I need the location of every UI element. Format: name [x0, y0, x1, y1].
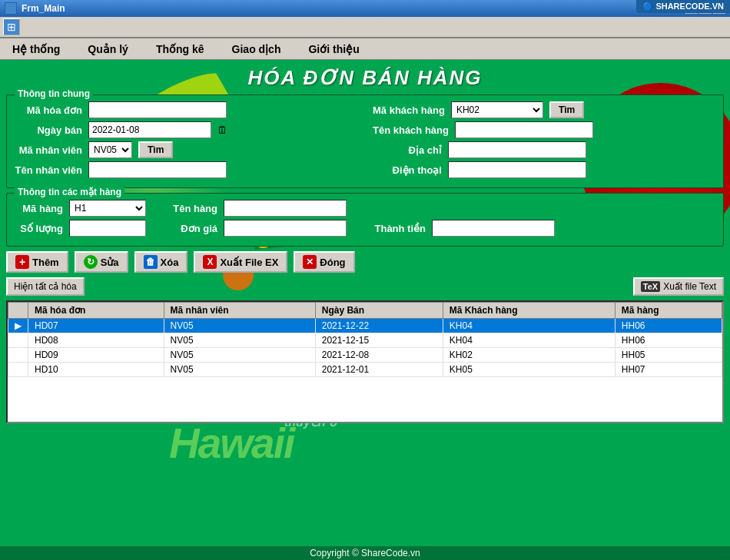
- thanh-tien-label: Thành tiền: [368, 223, 426, 234]
- ten-khach-hang-label: Tên khách hàng: [373, 124, 449, 136]
- general-info-cols: Mã hóa đơn Ngày bán 🗓 Mã nhân viên NV05 …: [13, 101, 717, 181]
- col-ma-hang[interactable]: Mã hàng: [615, 303, 722, 319]
- cell-ngay-ban: 2021-12-15: [315, 333, 443, 348]
- general-info-legend: Thông tin chung: [15, 88, 93, 99]
- ma-hoa-don-input[interactable]: [88, 101, 227, 118]
- ngay-ban-input[interactable]: [88, 121, 211, 138]
- product-row1: Mã hàng H1 Tên hàng: [13, 200, 717, 217]
- cell-ngay-ban: 2021-12-08: [315, 348, 443, 363]
- don-gia-input[interactable]: [224, 220, 347, 237]
- cell-ma-khach-hang: KH04: [443, 319, 615, 333]
- product-info-panel: Thông tin các mặt hàng Mã hàng H1 Tên hà…: [6, 193, 724, 247]
- dien-thoai-row: Điện thoại: [373, 161, 717, 178]
- them-icon: +: [15, 255, 29, 269]
- xoa-button[interactable]: 🗑 Xóa: [134, 251, 188, 273]
- product-row2: Số lượng Đơn giá Thành tiền: [13, 220, 717, 237]
- thanh-tien-input[interactable]: [432, 220, 555, 237]
- menu-he-thong[interactable]: Hệ thống: [6, 41, 66, 58]
- data-table-wrapper[interactable]: Mã hóa đơn Mã nhân viên Ngày Bán Mã Khác…: [6, 300, 724, 423]
- tex-icon: TeX: [641, 281, 660, 292]
- ma-nhan-vien-select[interactable]: NV05: [88, 141, 132, 158]
- table-row[interactable]: HD08 NV05 2021-12-15 KH04 HH06: [8, 333, 722, 348]
- table-row[interactable]: HD09 NV05 2021-12-08 KH02 HH05: [8, 348, 722, 363]
- page-title: HÓA ĐƠN BÁN HÀNG: [6, 66, 724, 90]
- col-ma-nhan-vien[interactable]: Mã nhân viên: [164, 303, 315, 319]
- dien-thoai-label: Điện thoại: [373, 164, 442, 176]
- cell-ma-nhan-vien: NV05: [164, 363, 315, 377]
- xuat-file-text-button[interactable]: TeX Xuất file Text: [633, 277, 724, 296]
- col-ngay-ban[interactable]: Ngày Bán: [315, 303, 443, 319]
- cell-ma-nhan-vien: NV05: [164, 319, 315, 333]
- sharecode-logo: 🔵 SHARECODE.VN: [636, 0, 730, 13]
- cell-ngay-ban: 2021-12-22: [315, 319, 443, 333]
- menu-quan-ly[interactable]: Quản lý: [81, 41, 134, 58]
- ma-nhan-vien-label: Mã nhân viên: [13, 144, 82, 156]
- row-indicator: [8, 333, 28, 348]
- title-bar: Frm_Main 🔵 SHARECODE.VN _ □ ✕: [0, 0, 730, 17]
- row-indicator: ▶: [8, 319, 28, 333]
- toolbar: ⊞: [0, 17, 730, 38]
- xuat-file-ex-button[interactable]: X Xuất File EX: [194, 251, 287, 273]
- ten-hang-label: Tên hàng: [168, 203, 217, 214]
- action-bar: + Thêm ↻ Sửa 🗑 Xóa X Xuất File EX ✕ Đóng: [6, 251, 724, 273]
- tim-nhan-vien-button[interactable]: Tìm: [138, 141, 173, 158]
- content-wrapper: HÓA ĐƠN BÁN HÀNG Thông tin chung Mã hóa …: [6, 66, 724, 423]
- cell-ma-khach-hang: KH02: [443, 348, 615, 363]
- deco-hawaii: Hawaii: [169, 419, 294, 468]
- cell-ngay-ban: 2021-12-01: [315, 363, 443, 377]
- sua-icon: ↻: [84, 255, 98, 269]
- secondary-bar: Hiện tất cả hóa TeX Xuất file Text: [6, 277, 724, 296]
- calendar-icon[interactable]: 🗓: [217, 124, 227, 136]
- cell-ma-hoa-don: HD09: [28, 348, 164, 363]
- cell-ma-nhan-vien: NV05: [164, 333, 315, 348]
- ten-nhan-vien-input[interactable]: [88, 161, 227, 178]
- menu-giao-dich[interactable]: Giao dịch: [226, 41, 287, 58]
- so-luong-label: Số lượng: [13, 223, 63, 234]
- row-indicator: [8, 348, 28, 363]
- so-luong-input[interactable]: [69, 220, 146, 237]
- ten-khach-hang-row: Tên khách hàng: [373, 121, 717, 138]
- ma-hoa-don-row: Mã hóa đơn: [13, 101, 357, 118]
- ma-khach-hang-row: Mã khách hàng KH02 Tìm: [373, 101, 717, 118]
- row-indicator: [8, 363, 28, 377]
- ma-hang-label: Mã hàng: [13, 203, 63, 214]
- xoa-icon: 🗑: [144, 255, 158, 269]
- general-info-panel: Thông tin chung Mã hóa đơn Ngày bán 🗓 Mã…: [6, 94, 724, 188]
- cell-ma-nhan-vien: NV05: [164, 348, 315, 363]
- ten-nhan-vien-label: Tên nhân viên: [13, 164, 82, 176]
- menu-thong-ke[interactable]: Thống kê: [150, 41, 211, 58]
- cell-ma-hoa-don: HD08: [28, 333, 164, 348]
- cell-ma-hang: HH06: [615, 319, 722, 333]
- main-content: ShareCode.vn Trung giải mã... 7UP Hawaii…: [0, 60, 730, 560]
- dong-button[interactable]: ✕ Đóng: [294, 251, 354, 273]
- dia-chi-input[interactable]: [448, 141, 586, 158]
- ngay-ban-label: Ngày bán: [13, 124, 82, 136]
- ten-khach-hang-input[interactable]: [455, 121, 593, 138]
- dien-thoai-input[interactable]: [448, 161, 586, 178]
- col-ma-khach-hang[interactable]: Mã Khách hàng: [443, 303, 615, 319]
- tim-khach-hang-button[interactable]: Tìm: [549, 101, 584, 118]
- ma-khach-hang-select[interactable]: KH02: [451, 101, 543, 118]
- cell-ma-khach-hang: KH04: [443, 333, 615, 348]
- menu-gioi-thieu[interactable]: Giới thiệu: [302, 41, 365, 58]
- dia-chi-label: Địa chỉ: [373, 144, 442, 156]
- window-title: Frm_Main: [22, 3, 65, 14]
- sua-button[interactable]: ↻ Sửa: [75, 251, 128, 273]
- ma-hang-select[interactable]: H1: [69, 200, 146, 217]
- table-row[interactable]: HD10 NV05 2021-12-01 KH05 HH07: [8, 363, 722, 377]
- menu-bar: Hệ thống Quản lý Thống kê Giao dịch Giới…: [0, 38, 730, 60]
- col-indicator: [8, 303, 28, 319]
- hien-tat-ca-hoa-button[interactable]: Hiện tất cả hóa: [6, 277, 85, 296]
- ten-hang-input[interactable]: [224, 200, 347, 217]
- ma-khach-hang-label: Mã khách hàng: [373, 104, 445, 116]
- cell-ma-hang: HH06: [615, 333, 722, 348]
- cell-ma-hoa-don: HD07: [28, 319, 164, 333]
- them-button[interactable]: + Thêm: [6, 251, 68, 273]
- col-ma-hoa-don[interactable]: Mã hóa đơn: [28, 303, 164, 319]
- table-row[interactable]: ▶ HD07 NV05 2021-12-22 KH04 HH06: [8, 319, 722, 333]
- toolbar-icon[interactable]: ⊞: [3, 18, 20, 35]
- window-icon: [5, 2, 17, 15]
- general-info-left: Mã hóa đơn Ngày bán 🗓 Mã nhân viên NV05 …: [13, 101, 357, 181]
- dia-chi-row: Địa chỉ: [373, 141, 717, 158]
- cell-ma-hoa-don: HD10: [28, 363, 164, 377]
